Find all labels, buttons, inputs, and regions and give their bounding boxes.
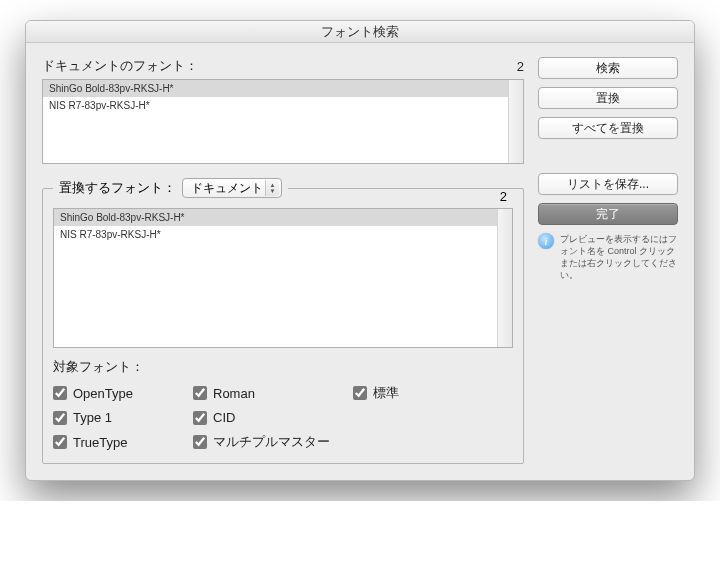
check-type1[interactable]: Type 1	[53, 410, 193, 425]
left-column: ドキュメントのフォント： 2 ShinGo Bold-83pv-RKSJ-H* …	[42, 57, 524, 464]
replace-select-value: ドキュメント	[191, 180, 263, 197]
check-label: 標準	[373, 384, 399, 402]
check-truetype[interactable]: TrueType	[53, 433, 193, 451]
scrollbar[interactable]	[497, 209, 512, 347]
check-opentype[interactable]: OpenType	[53, 384, 193, 402]
info-icon: i	[538, 233, 554, 249]
window-titlebar: フォント検索	[26, 21, 694, 43]
checkbox[interactable]	[53, 435, 67, 449]
check-label: CID	[213, 410, 235, 425]
dialog-window: フォント検索 ドキュメントのフォント： 2 ShinGo Bold-83pv-R…	[25, 20, 695, 481]
checkbox[interactable]	[53, 411, 67, 425]
checkbox[interactable]	[193, 386, 207, 400]
check-multimaster[interactable]: マルチプルマスター	[193, 433, 353, 451]
window-title: フォント検索	[321, 24, 399, 39]
info-text: プレビューを表示するにはフォント名を Control クリックまたは右クリックし…	[560, 233, 678, 282]
checkbox[interactable]	[353, 386, 367, 400]
checkbox[interactable]	[53, 386, 67, 400]
info-row: i プレビューを表示するにはフォント名を Control クリックまたは右クリッ…	[538, 233, 678, 282]
checkbox[interactable]	[193, 411, 207, 425]
check-label: Roman	[213, 386, 255, 401]
list-item[interactable]: NIS R7-83pv-RKSJ-H*	[43, 97, 508, 114]
list-item[interactable]: NIS R7-83pv-RKSJ-H*	[54, 226, 497, 243]
target-fonts-label: 対象フォント：	[53, 358, 513, 376]
replace-source-select[interactable]: ドキュメント ▲▼	[182, 178, 282, 198]
list-item[interactable]: ShinGo Bold-83pv-RKSJ-H*	[54, 209, 497, 226]
scrollbar[interactable]	[508, 80, 523, 163]
doc-fonts-label: ドキュメントのフォント：	[42, 57, 198, 75]
replace-label: 置換するフォント：	[59, 179, 176, 197]
right-column: 検索 置換 すべてを置換 リストを保存... 完了 i プレビューを表示するには…	[538, 57, 678, 464]
change-all-button[interactable]: すべてを置換	[538, 117, 678, 139]
check-cid[interactable]: CID	[193, 410, 353, 425]
content-area: ドキュメントのフォント： 2 ShinGo Bold-83pv-RKSJ-H* …	[26, 43, 694, 480]
list-item[interactable]: ShinGo Bold-83pv-RKSJ-H*	[43, 80, 508, 97]
replace-fieldset: 置換するフォント： ドキュメント ▲▼ 2 ShinGo Bold-83pv-R…	[42, 178, 524, 464]
check-roman[interactable]: Roman	[193, 384, 353, 402]
spacer	[538, 147, 678, 173]
done-button[interactable]: 完了	[538, 203, 678, 225]
updown-arrows-icon: ▲▼	[265, 180, 279, 196]
change-button[interactable]: 置換	[538, 87, 678, 109]
replace-count: 2	[494, 189, 513, 204]
check-label: Type 1	[73, 410, 112, 425]
check-label: マルチプルマスター	[213, 433, 330, 451]
check-standard[interactable]: 標準	[353, 384, 493, 402]
doc-fonts-count: 2	[517, 59, 524, 74]
checkbox[interactable]	[193, 435, 207, 449]
doc-fonts-header: ドキュメントのフォント： 2	[42, 57, 524, 75]
check-label: TrueType	[73, 435, 127, 450]
replace-legend: 置換するフォント： ドキュメント ▲▼	[53, 178, 288, 198]
save-list-button[interactable]: リストを保存...	[538, 173, 678, 195]
replace-fonts-list[interactable]: ShinGo Bold-83pv-RKSJ-H* NIS R7-83pv-RKS…	[53, 208, 513, 348]
doc-fonts-list[interactable]: ShinGo Bold-83pv-RKSJ-H* NIS R7-83pv-RKS…	[42, 79, 524, 164]
check-label: OpenType	[73, 386, 133, 401]
find-button[interactable]: 検索	[538, 57, 678, 79]
target-fonts-checks: OpenType Roman 標準 Type 1	[53, 384, 513, 451]
